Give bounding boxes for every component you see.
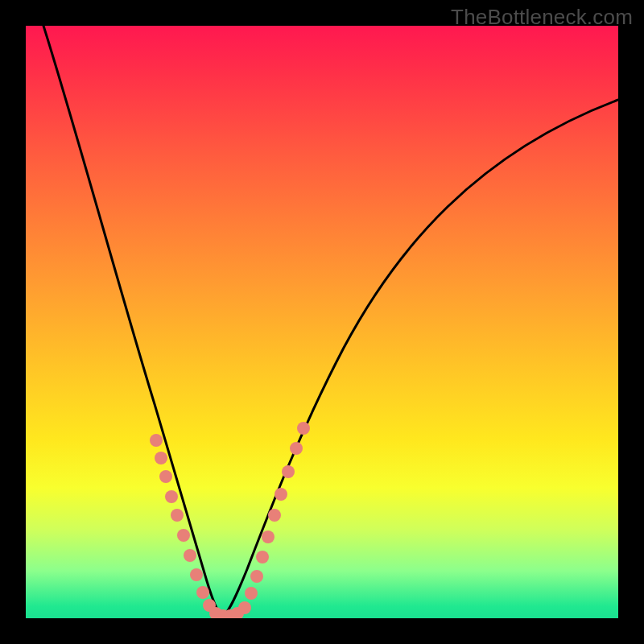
data-dot	[250, 570, 263, 583]
chart-svg	[26, 26, 618, 618]
data-dot	[190, 568, 203, 581]
data-dot	[282, 465, 295, 478]
data-dot	[238, 601, 251, 614]
data-dot	[268, 509, 281, 522]
data-dot	[245, 587, 258, 600]
left-branch-curve	[43, 26, 223, 617]
dots-layer	[150, 422, 310, 618]
data-dot	[165, 490, 178, 503]
data-dot	[256, 551, 269, 564]
data-dot	[297, 422, 310, 435]
data-dot	[150, 434, 163, 447]
data-dot	[290, 442, 303, 455]
data-dot	[159, 470, 172, 483]
curve-layer	[43, 26, 618, 617]
data-dot	[275, 488, 287, 501]
data-dot	[184, 549, 196, 562]
data-dot	[262, 530, 275, 543]
plot-area	[26, 26, 618, 618]
data-dot	[196, 586, 209, 599]
data-dot	[171, 509, 184, 522]
chart-frame: TheBottleneck.com	[0, 0, 644, 644]
right-branch-curve	[223, 100, 618, 617]
data-dot	[155, 452, 167, 464]
data-dot	[177, 529, 190, 542]
